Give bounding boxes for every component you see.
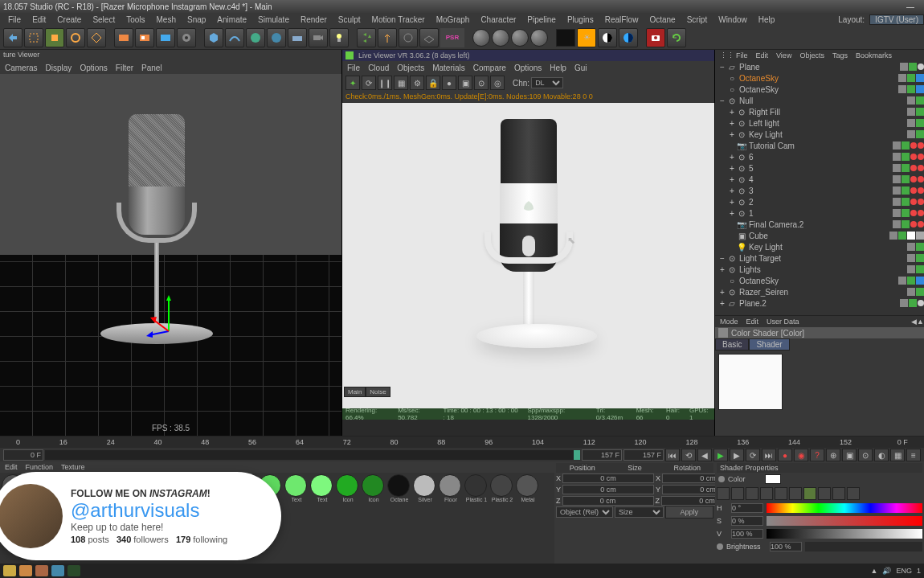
attr-up-icon[interactable]: ▲ bbox=[917, 318, 924, 326]
camera-icon[interactable] bbox=[646, 28, 665, 47]
sun-icon[interactable]: ☀ bbox=[577, 28, 596, 47]
lv-grid-icon[interactable]: ▦ bbox=[394, 76, 408, 90]
tab-basic[interactable]: Basic bbox=[715, 338, 749, 350]
light-tool[interactable] bbox=[329, 28, 349, 47]
mat-preview-1[interactable] bbox=[472, 29, 490, 47]
coord-mode-select[interactable]: Object (Rel) bbox=[556, 506, 613, 518]
brightness-slider[interactable] bbox=[805, 542, 922, 551]
menu-animate[interactable]: Animate bbox=[212, 15, 251, 24]
material-item[interactable]: Text bbox=[284, 474, 309, 505]
lv-help[interactable]: Help bbox=[550, 64, 566, 72]
camera-tool[interactable] bbox=[309, 28, 328, 47]
undo-button[interactable] bbox=[3, 28, 22, 47]
mode7-icon[interactable] bbox=[803, 487, 816, 500]
h-input[interactable] bbox=[731, 503, 763, 513]
record-button[interactable]: ● bbox=[778, 449, 792, 461]
menu-sculpt[interactable]: Sculpt bbox=[333, 15, 366, 24]
mat-preview-4[interactable] bbox=[530, 29, 548, 47]
tree-tags[interactable] bbox=[898, 277, 924, 285]
menu-realflow[interactable]: RealFlow bbox=[600, 15, 644, 24]
lv-refresh-icon[interactable]: ⟳ bbox=[362, 76, 376, 90]
vp-options[interactable]: Options bbox=[80, 64, 107, 72]
tree-tags[interactable] bbox=[893, 153, 924, 161]
workplane-tool[interactable] bbox=[419, 28, 439, 47]
tree-tags[interactable] bbox=[907, 288, 924, 296]
expand-icon[interactable]: + bbox=[728, 198, 736, 207]
rotate-tool[interactable] bbox=[66, 28, 85, 47]
menu-tools[interactable]: Tools bbox=[121, 15, 149, 24]
generator-tool[interactable] bbox=[246, 28, 265, 47]
tab-noise[interactable]: Noise bbox=[366, 387, 390, 397]
menu-mesh[interactable]: Mesh bbox=[152, 15, 181, 24]
vp-display[interactable]: Display bbox=[46, 64, 72, 72]
menu-file[interactable]: File bbox=[3, 15, 26, 24]
menu-script[interactable]: Script bbox=[682, 15, 713, 24]
psr-reset[interactable]: PSR bbox=[440, 28, 464, 47]
attr-userdata[interactable]: User Data bbox=[767, 318, 799, 326]
menu-select[interactable]: Select bbox=[88, 15, 120, 24]
mode6-icon[interactable] bbox=[789, 487, 802, 500]
tree-tags[interactable] bbox=[907, 108, 924, 116]
layout-selector[interactable]: IGTV (User) bbox=[869, 14, 924, 25]
expand-icon[interactable]: + bbox=[718, 288, 726, 297]
mat-preview-3[interactable] bbox=[511, 29, 529, 47]
tree-row[interactable]: 💡Key Light bbox=[715, 241, 924, 252]
expand-icon[interactable]: + bbox=[728, 108, 736, 117]
tree-row[interactable]: 📷Tutorial Cam bbox=[715, 140, 924, 151]
menu-snap[interactable]: Snap bbox=[182, 15, 211, 24]
tb-lang[interactable]: ENG bbox=[896, 567, 912, 575]
coord-pos-input[interactable] bbox=[562, 496, 654, 506]
expand-icon[interactable]: + bbox=[718, 299, 726, 308]
obj-edit[interactable]: Edit bbox=[756, 51, 769, 59]
tree-tags[interactable] bbox=[893, 175, 924, 183]
expand-icon[interactable]: − bbox=[718, 254, 726, 263]
mode3-icon[interactable] bbox=[746, 487, 758, 500]
material-item[interactable]: Plastic 1 bbox=[464, 474, 489, 505]
tree-tags[interactable] bbox=[898, 85, 924, 93]
render-settings-button[interactable] bbox=[177, 28, 196, 47]
lv-gear-icon[interactable]: ⚙ bbox=[410, 76, 424, 90]
tree-row[interactable]: +⊙1 bbox=[715, 207, 924, 219]
deformer-tool[interactable] bbox=[267, 28, 286, 47]
tree-row[interactable]: 📷Final Camera.2 bbox=[715, 219, 924, 230]
tree-row[interactable]: +⊙2 bbox=[715, 196, 924, 207]
v-input[interactable] bbox=[731, 529, 763, 539]
attr-back-icon[interactable]: ◀ bbox=[911, 318, 917, 326]
viewport-3d[interactable]: FPS : 38.5 bbox=[0, 74, 341, 436]
material-item[interactable]: Icon bbox=[336, 474, 360, 505]
key-pos-button[interactable]: ⊕ bbox=[826, 449, 840, 461]
tb-app1-icon[interactable] bbox=[19, 565, 32, 576]
mat-texture[interactable]: Texture bbox=[61, 463, 85, 471]
environment-tool[interactable] bbox=[288, 28, 307, 47]
lv-lock-icon[interactable]: 🔒 bbox=[426, 76, 440, 90]
axis-gizmo[interactable] bbox=[145, 291, 193, 339]
tree-tags[interactable] bbox=[898, 74, 924, 82]
next-frame-button[interactable]: ▶ bbox=[730, 449, 744, 461]
menu-character[interactable]: Character bbox=[476, 15, 521, 24]
lv-gui[interactable]: Gui bbox=[574, 64, 587, 72]
tree-tags[interactable] bbox=[893, 164, 924, 172]
expand-icon[interactable]: + bbox=[728, 130, 736, 139]
menu-render[interactable]: Render bbox=[296, 15, 332, 24]
hue-slider[interactable] bbox=[767, 503, 922, 513]
snap-tool[interactable] bbox=[399, 28, 418, 47]
expand-icon[interactable]: − bbox=[718, 63, 726, 72]
tb-app3-icon[interactable] bbox=[51, 565, 64, 576]
tree-tags[interactable] bbox=[900, 63, 924, 71]
key-scale-button[interactable]: ▣ bbox=[842, 449, 857, 461]
menu-window[interactable]: Window bbox=[713, 15, 752, 24]
key-list-button[interactable]: ≡ bbox=[906, 449, 921, 461]
mode4-icon[interactable] bbox=[760, 487, 773, 500]
tree-row[interactable]: ○OctaneSky bbox=[715, 72, 924, 84]
tree-tags[interactable] bbox=[907, 96, 924, 105]
tree-tags[interactable] bbox=[893, 209, 924, 217]
brightness-input[interactable] bbox=[770, 542, 802, 551]
coord-pos-input[interactable] bbox=[562, 485, 654, 494]
tree-row[interactable]: +▱Plane.2 bbox=[715, 297, 924, 309]
expand-icon[interactable]: + bbox=[728, 153, 736, 162]
shader-preview[interactable] bbox=[718, 354, 783, 410]
menu-mograph[interactable]: MoGraph bbox=[431, 15, 475, 24]
menu-octane[interactable]: Octane bbox=[644, 15, 680, 24]
move-tool[interactable] bbox=[45, 28, 64, 47]
lv-start-icon[interactable]: ✦ bbox=[345, 76, 360, 90]
